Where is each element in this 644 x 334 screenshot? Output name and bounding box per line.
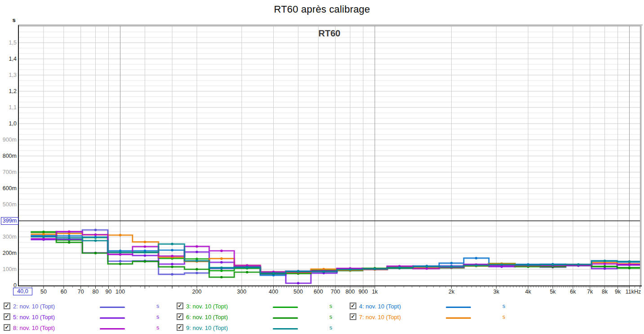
legend-item-3: ✓3: nov. 10 (Topt)s: [175, 301, 347, 311]
legend-item-9: ✓9: nov. 10 (Topt)s: [175, 323, 347, 333]
legend-line-swatch: [273, 307, 298, 308]
x-tick-label: 100: [107, 289, 133, 295]
check-icon: ✓: [178, 303, 182, 308]
chart-inner-title: RT60: [19, 28, 640, 39]
cursor-x-readout: 40,0: [13, 288, 32, 295]
legend-label-9[interactable]: 9: nov. 10 (Topt): [186, 325, 228, 331]
legend-checkbox-2[interactable]: ✓: [4, 303, 10, 309]
y-tick-label: 200m: [0, 249, 17, 257]
legend-line-swatch: [100, 317, 125, 319]
y-axis-unit-label: s: [11, 17, 17, 23]
legend-checkbox-6[interactable]: ✓: [177, 313, 183, 320]
check-icon: ✓: [4, 303, 9, 308]
legend-label-8[interactable]: 8: nov. 10 (Topt): [13, 325, 55, 331]
y-tick-label: 600m: [0, 185, 17, 192]
y-tick-label: 800m: [0, 152, 17, 160]
x-tick-label: 3k: [484, 289, 509, 295]
y-tick-label: 1,1: [0, 104, 17, 111]
legend-label-6[interactable]: 6: nov. 10 (Topt): [186, 314, 228, 321]
x-tick-label: 4k: [515, 289, 541, 295]
legend-checkbox-5[interactable]: ✓: [4, 313, 10, 320]
y-tick-label: 700m: [0, 169, 17, 176]
x-tick-label: 1k: [362, 289, 387, 295]
legend-checkbox-9[interactable]: ✓: [177, 324, 183, 331]
legend-column: ✓3: nov. 10 (Topt)s✓6: nov. 10 (Topt)s✓9…: [175, 299, 347, 334]
cursor-y-readout: 399m: [1, 217, 18, 225]
legend-label-7[interactable]: 7: nov. 10 (Topt): [359, 314, 401, 321]
legend-label-2[interactable]: 2: nov. 10 (Topt): [13, 303, 55, 310]
legend-unit-label: s: [156, 314, 159, 320]
y-tick-label: 300m: [0, 233, 17, 240]
y-tick-label: 100m: [0, 266, 17, 273]
legend-checkbox-3[interactable]: ✓: [177, 303, 183, 309]
x-tick-label: 200: [184, 289, 209, 295]
legend-line-swatch: [100, 328, 125, 330]
rew-rt60-window: RT60 après calibrage RT60 s 0100m200m300…: [0, 0, 644, 334]
rt60-chart-canvas[interactable]: [0, 0, 644, 299]
legend-unit-label: s: [502, 303, 505, 309]
legend-line-swatch: [446, 307, 471, 308]
legend-unit-label: s: [156, 325, 159, 331]
check-icon: ✓: [351, 303, 355, 308]
legend-label-5[interactable]: 5: nov. 10 (Topt): [13, 314, 55, 321]
y-tick-label: 1,0: [0, 120, 17, 127]
legend-item-6: ✓6: nov. 10 (Topt)s: [175, 312, 347, 322]
y-tick-label: 1,2: [0, 88, 17, 95]
check-icon: ✓: [178, 314, 182, 319]
check-icon: ✓: [4, 325, 9, 330]
legend: ✓2: nov. 10 (Topt)s✓5: nov. 10 (Topt)s✓8…: [0, 299, 644, 334]
legend-unit-label: s: [329, 303, 332, 309]
legend-label-3[interactable]: 3: nov. 10 (Topt): [186, 303, 228, 310]
legend-line-swatch: [100, 307, 125, 308]
y-tick-label: 500m: [0, 201, 17, 208]
check-icon: ✓: [4, 314, 9, 319]
legend-unit-label: s: [329, 325, 332, 331]
y-tick-label: 1,3: [0, 71, 17, 79]
x-tick-label: 400: [261, 289, 286, 295]
legend-item-7: ✓7: nov. 10 (Topt)s: [348, 312, 520, 322]
legend-unit-label: s: [156, 303, 159, 309]
legend-label-4[interactable]: 4: nov. 10 (Topt): [359, 303, 401, 310]
legend-column: ✓4: nov. 10 (Topt)s✓7: nov. 10 (Topt)s: [348, 299, 520, 334]
legend-line-swatch: [273, 317, 298, 319]
legend-line-swatch: [273, 328, 298, 330]
y-tick-label: 900m: [0, 136, 17, 143]
x-tick-label: 2k: [439, 289, 464, 295]
legend-column: ✓2: nov. 10 (Topt)s✓5: nov. 10 (Topt)s✓8…: [2, 299, 174, 334]
legend-unit-label: s: [502, 314, 505, 320]
legend-item-8: ✓8: nov. 10 (Topt)s: [2, 323, 174, 333]
legend-item-2: ✓2: nov. 10 (Topt)s: [2, 301, 174, 311]
check-icon: ✓: [351, 314, 355, 319]
legend-item-4: ✓4: nov. 10 (Topt)s: [348, 301, 520, 311]
x-tick-label: 11kHz: [623, 289, 643, 295]
x-tick-label: 300: [229, 289, 254, 295]
legend-item-5: ✓5: nov. 10 (Topt)s: [2, 312, 174, 322]
legend-unit-label: s: [329, 314, 332, 320]
legend-checkbox-4[interactable]: ✓: [350, 303, 356, 309]
legend-checkbox-8[interactable]: ✓: [4, 324, 10, 331]
check-icon: ✓: [178, 325, 182, 330]
y-tick-label: 1,4: [0, 55, 17, 62]
legend-checkbox-7[interactable]: ✓: [350, 313, 356, 320]
legend-line-swatch: [446, 317, 471, 319]
y-tick-label: 1,5: [0, 39, 17, 46]
